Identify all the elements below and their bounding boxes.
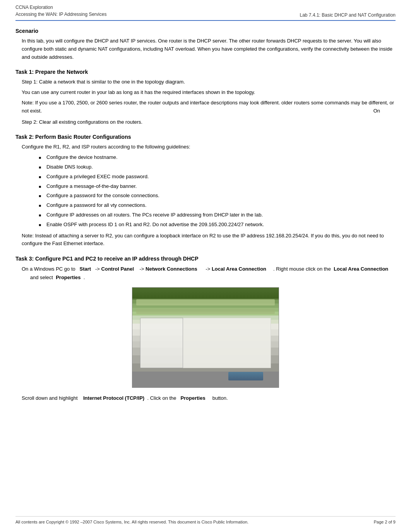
screenshot-container xyxy=(15,287,396,388)
ss-menubar xyxy=(136,299,275,305)
scenario-text: In this lab, you will configure the DHCP… xyxy=(22,37,396,61)
bullet-item-3: ■ Configure a privileged EXEC mode passw… xyxy=(39,173,396,181)
task1-heading: Task 1: Prepare the Network xyxy=(15,69,396,75)
scenario-heading: Scenario xyxy=(15,28,396,34)
bullet-icon-3: ■ xyxy=(39,174,43,180)
task1-step2: Step 2: Clear all existing configuration… xyxy=(22,118,396,126)
task1-note-text: Note: If you use a 1700, 2500, or 2600 s… xyxy=(22,100,394,114)
task2-heading: Task 2: Perform Basic Router Configurati… xyxy=(15,134,396,140)
bullet-icon-1: ■ xyxy=(39,155,43,161)
task3-start: Start xyxy=(80,266,91,272)
bullet-item-1: ■ Configure the device hostname. xyxy=(39,153,396,162)
scroll-button-label: button. xyxy=(212,395,228,401)
scroll-text: Scroll down and highlight Internet Proto… xyxy=(22,394,396,402)
scroll-protocol: Internet Protocol (TCP/IP) xyxy=(83,395,144,401)
bullet-icon-5: ■ xyxy=(39,193,43,199)
lab-title: Lab 7.4.1: Basic DHCP and NAT Configurat… xyxy=(300,12,396,18)
ss-panel-inner xyxy=(183,318,271,368)
task3-network-connections: Network Connections xyxy=(146,266,197,272)
ss-toolbar xyxy=(136,309,275,314)
bullet-text-4: Configure a message-of-the-day banner. xyxy=(46,182,137,191)
ss-ok-button xyxy=(228,372,263,380)
bullet-icon-7: ■ xyxy=(39,212,43,218)
ss-topbar xyxy=(132,288,279,298)
task3-local-area: Local Area Connection xyxy=(212,266,266,272)
bullet-item-6: ■ Configure a password for all vty conne… xyxy=(39,201,396,210)
course-subtitle: Accessing the WAN: IP Addressing Service… xyxy=(15,11,106,18)
bullet-text-5: Configure a password for the console con… xyxy=(46,192,159,200)
bullet-item-2: ■ Disable DNS lookup. xyxy=(39,163,396,171)
bullet-item-7: ■ Configure IP addresses on all routers.… xyxy=(39,211,396,219)
task2-intro: Configure the R1, R2, and ISP routers ac… xyxy=(22,143,396,151)
task1-on-label: On xyxy=(373,107,380,115)
task3-and-select: and select xyxy=(30,275,53,280)
task3-properties: Properties xyxy=(56,275,80,280)
task3-local-area2: Local Area Connection xyxy=(334,266,388,272)
footer-copyright: All contents are Copyright © 1992 –2007 … xyxy=(15,520,248,524)
bullet-icon-6: ■ xyxy=(39,203,43,209)
bullet-text-7: Configure IP addresses on all routers. T… xyxy=(46,211,263,219)
footer-page: Page 2 of 9 xyxy=(374,520,396,524)
bullet-icon-8: ■ xyxy=(39,222,43,228)
screenshot-image xyxy=(132,287,279,388)
click-on-the: Click on the xyxy=(150,395,176,401)
bullet-item-8: ■ Enable OSPF with process ID 1 on R1 an… xyxy=(39,221,396,229)
task1-step1-note: You can use any current router in your l… xyxy=(22,89,396,97)
bullet-item-4: ■ Configure a message-of-the-day banner. xyxy=(39,182,396,191)
task3-description: On a Windows PC go to Start -> Control P… xyxy=(22,265,396,282)
page-header: CCNA Exploration Accessing the WAN: IP A… xyxy=(15,0,396,21)
task3-control-panel: Control Panel xyxy=(101,266,134,272)
task2-note: Note: Instead of attaching a server to R… xyxy=(22,232,396,248)
scroll-label: Scroll down and highlight xyxy=(22,395,78,401)
page-footer: All contents are Copyright © 1992 –2007 … xyxy=(15,516,396,524)
bullet-text-2: Disable DNS lookup. xyxy=(46,163,93,171)
bullet-text-8: Enable OSPF with process ID 1 on R1 and … xyxy=(46,221,264,229)
header-left: CCNA Exploration Accessing the WAN: IP A… xyxy=(15,4,106,18)
scroll-properties: Properties xyxy=(180,395,205,401)
task3-desc-text: On a Windows PC go to Start -> Control P… xyxy=(22,266,388,280)
course-title: CCNA Exploration xyxy=(15,4,106,11)
header-right: Lab 7.4.1: Basic DHCP and NAT Configurat… xyxy=(300,12,396,18)
bullet-text-6: Configure a password for all vty connect… xyxy=(46,201,147,210)
bullet-text-1: Configure the device hostname. xyxy=(46,153,118,162)
task2-bullet-list: ■ Configure the device hostname. ■ Disab… xyxy=(39,153,396,228)
bullet-icon-4: ■ xyxy=(39,184,43,190)
task3-heading: Task 3: Configure PC1 and PC2 to receive… xyxy=(15,256,396,262)
task1-step1: Step 1: Cable a network that is similar … xyxy=(22,78,396,86)
task1-note: Note: If you use a 1700, 2500, or 2600 s… xyxy=(22,99,396,115)
bullet-text-3: Configure a privileged EXEC mode passwor… xyxy=(46,173,149,181)
bullet-icon-2: ■ xyxy=(39,164,43,171)
bullet-item-5: ■ Configure a password for the console c… xyxy=(39,192,396,200)
